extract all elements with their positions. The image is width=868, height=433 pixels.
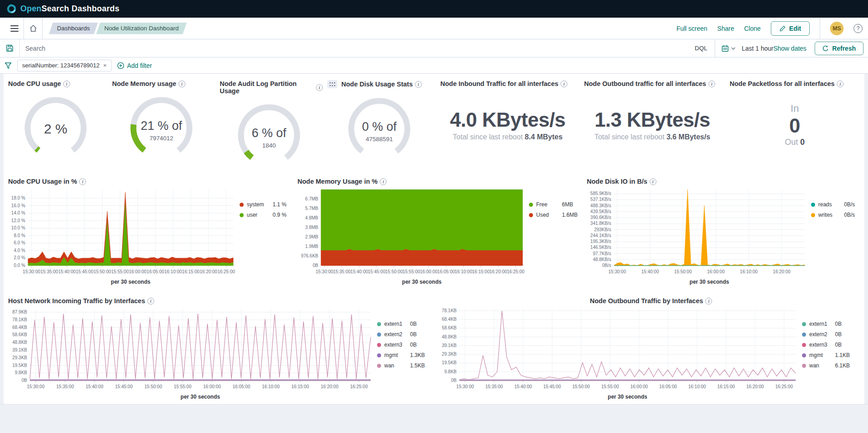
- legend-value: 1.1 %: [273, 201, 287, 208]
- panel-disk-io-chart: Node Disk IO in B/si 15:30:0015:40:0015:…: [582, 176, 864, 291]
- legend-item[interactable]: Used1.6MB: [529, 212, 578, 218]
- help-icon[interactable]: ?: [854, 24, 863, 33]
- legend-color-dot: [377, 322, 381, 326]
- refresh-button[interactable]: Refresh: [815, 42, 863, 55]
- info-icon[interactable]: i: [415, 81, 422, 88]
- svg-text:15:30:00: 15:30:00: [316, 269, 333, 274]
- edit-button[interactable]: Edit: [771, 21, 810, 36]
- legend-item[interactable]: wan6.1KB: [802, 362, 850, 369]
- svg-text:1.9MB: 1.9MB: [305, 244, 318, 249]
- packetloss-out-label: Out: [785, 138, 798, 147]
- svg-text:6.0 %: 6.0 %: [14, 240, 25, 245]
- legend-value: 6MB: [562, 201, 573, 208]
- add-filter-button[interactable]: Add filter: [117, 62, 152, 69]
- breadcrumb-current-dashboard[interactable]: Node Utilization Dashboard: [96, 23, 187, 34]
- info-icon[interactable]: i: [708, 81, 715, 87]
- panel-options-button[interactable]: [327, 80, 337, 88]
- svg-text:9.8KB: 9.8KB: [15, 370, 28, 375]
- svg-text:16.0 %: 16.0 %: [11, 203, 25, 208]
- refresh-button-label: Refresh: [832, 45, 856, 52]
- panel-title: Node CPU Usage in %: [8, 178, 77, 185]
- svg-text:16:15:00: 16:15:00: [717, 384, 735, 389]
- user-avatar[interactable]: MS: [830, 22, 844, 35]
- query-language-button[interactable]: DQL: [688, 45, 715, 52]
- search-input[interactable]: [20, 45, 688, 52]
- svg-text:per 30 seconds: per 30 seconds: [180, 394, 220, 400]
- divider: [820, 18, 820, 39]
- svg-text:16:00:00: 16:00:00: [129, 269, 146, 274]
- legend-label: extern3: [809, 342, 832, 348]
- info-icon[interactable]: i: [380, 178, 387, 185]
- info-icon[interactable]: i: [63, 81, 70, 87]
- legend-item[interactable]: extern10B: [377, 321, 425, 327]
- legend-label: Used: [536, 212, 559, 218]
- legend-item[interactable]: writes0B/s: [811, 212, 855, 218]
- time-range-value[interactable]: Last 1 hour: [742, 45, 774, 52]
- svg-text:293KB/s: 293KB/s: [594, 227, 611, 232]
- legend-item[interactable]: system1.1 %: [240, 201, 287, 208]
- pencil-icon: [779, 25, 786, 32]
- info-icon[interactable]: i: [650, 178, 656, 185]
- share-link[interactable]: Share: [717, 25, 734, 32]
- panel-title: Host Network Incoming Traffic by Interfa…: [8, 297, 145, 305]
- chart-legend: Free6MBUsed1.6MB: [529, 201, 578, 291]
- full-screen-link[interactable]: Full screen: [676, 25, 707, 32]
- svg-text:16:20:00: 16:20:00: [746, 384, 764, 389]
- legend-color-dot: [377, 333, 381, 337]
- info-icon[interactable]: i: [79, 178, 86, 185]
- svg-text:2.9MB: 2.9MB: [305, 234, 318, 239]
- legend-item[interactable]: extern20B: [377, 331, 425, 338]
- memory-usage-gauge: 21 % of7974012: [108, 94, 215, 166]
- panel-title: Node Memory usage: [112, 80, 176, 87]
- info-icon[interactable]: i: [147, 298, 154, 305]
- info-icon[interactable]: i: [179, 81, 185, 87]
- svg-text:48.8KB: 48.8KB: [442, 334, 457, 339]
- svg-text:58.6KB: 58.6KB: [442, 325, 457, 330]
- panel-node-disk-usage-stats: Node Disk Usage Statsi 0 % of47588591: [323, 78, 436, 173]
- svg-text:12.0 %: 12.0 %: [11, 218, 25, 223]
- date-picker-button[interactable]: [715, 45, 742, 52]
- home-icon[interactable]: [24, 18, 42, 39]
- add-filter-label: Add filter: [127, 62, 152, 69]
- chart-legend: system1.1 %user0.9 %: [240, 201, 287, 291]
- info-icon[interactable]: i: [561, 81, 567, 87]
- save-query-icon[interactable]: [0, 39, 20, 57]
- filter-funnel-icon[interactable]: [5, 62, 12, 69]
- show-dates-link[interactable]: Show dates: [774, 45, 815, 52]
- clone-link[interactable]: Clone: [744, 25, 761, 32]
- info-icon[interactable]: i: [837, 81, 844, 87]
- menu-hamburger-icon[interactable]: [5, 18, 24, 39]
- opensearch-logo-icon[interactable]: [6, 4, 17, 14]
- legend-item[interactable]: extern30B: [802, 342, 850, 348]
- wordmark-open: Open: [20, 4, 42, 13]
- remove-filter-icon[interactable]: ×: [103, 62, 107, 69]
- svg-text:15:50:00: 15:50:00: [572, 384, 590, 389]
- filter-chip-serial-number[interactable]: serialNumber: 123456789012 ×: [17, 60, 112, 71]
- legend-item[interactable]: extern20B: [802, 331, 850, 338]
- legend-item[interactable]: user0.9 %: [240, 212, 287, 218]
- svg-text:5.7MB: 5.7MB: [305, 206, 318, 211]
- svg-text:16:25:00: 16:25:00: [350, 384, 368, 389]
- page-footer-strip: [0, 404, 868, 433]
- chevron-down-icon: [731, 47, 736, 50]
- legend-value: 0B: [410, 331, 417, 338]
- legend-item[interactable]: Free6MB: [529, 201, 578, 208]
- legend-item[interactable]: extern10B: [802, 321, 850, 327]
- legend-item[interactable]: wan1.5KB: [377, 362, 425, 369]
- legend-item[interactable]: mgmt1.3KB: [377, 352, 425, 358]
- svg-text:19.5KB: 19.5KB: [12, 363, 27, 368]
- info-icon[interactable]: i: [705, 298, 712, 305]
- legend-item[interactable]: extern30B: [377, 342, 425, 348]
- svg-text:195.3KB/s: 195.3KB/s: [590, 239, 611, 244]
- svg-text:3.8MB: 3.8MB: [305, 225, 318, 230]
- breadcrumb-dashboards[interactable]: Dashboards: [49, 23, 98, 34]
- info-icon[interactable]: i: [316, 84, 323, 91]
- legend-label: mgmt: [384, 352, 407, 358]
- svg-text:16:20:00: 16:20:00: [200, 269, 217, 274]
- svg-text:15:45:00: 15:45:00: [368, 269, 386, 274]
- svg-text:15:35:00: 15:35:00: [57, 384, 74, 389]
- legend-item[interactable]: reads0B/s: [811, 201, 855, 208]
- panel-title: Node Memory Usage in %: [297, 178, 377, 185]
- legend-item[interactable]: mgmt1.1KB: [802, 352, 850, 358]
- legend-value: 0B: [835, 342, 842, 348]
